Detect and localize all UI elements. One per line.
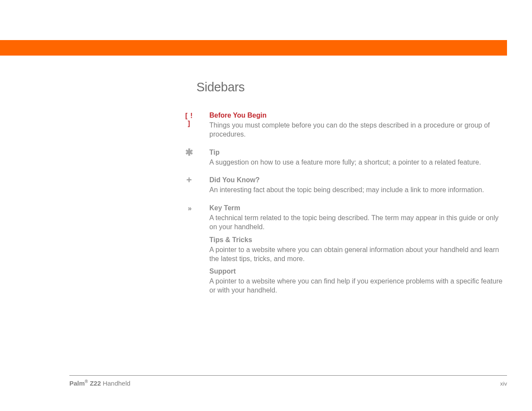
sidebar-entry-did-you-know: + Did You Know? An interesting fact abou… [196,176,507,195]
sidebar-entry-key-term: » Key Term A technical term related to t… [196,204,507,232]
chevrons-icon: » [184,205,195,212]
sidebar-entry-support: Support A pointer to a website where you… [196,268,507,295]
entry-title: Tips & Tricks [209,236,507,244]
footer-model: Z22 [88,380,101,387]
footer-product: Palm® Z22 Handheld [69,379,131,387]
sidebar-entry-tip: ✱ Tip A suggestion on how to use a featu… [196,149,507,167]
sidebar-entry-before-you-begin: [ ! ] Before You Begin Things you must c… [196,112,507,139]
entry-title: Key Term [209,204,507,212]
footer-suffix: Handheld [101,380,130,387]
entry-title: Before You Begin [209,112,507,119]
entry-body: A suggestion on how to use a feature mor… [209,158,507,167]
entry-title: Support [209,268,507,275]
footer-page-number: xiv [500,380,507,387]
exclamation-bracket-icon: [ ! ] [184,112,195,128]
content-column: Sidebars [ ! ] Before You Begin Things y… [196,80,507,305]
entry-body: Things you must complete before you can … [209,121,507,139]
entry-title: Did You Know? [209,176,507,184]
asterisk-icon: ✱ [184,149,195,156]
entry-body: An interesting fact about the topic bein… [209,186,507,195]
entry-body: A technical term related to the topic be… [209,214,507,232]
page-title: Sidebars [196,80,507,94]
document-page: Sidebars [ ! ] Before You Begin Things y… [0,0,532,411]
entry-body: A pointer to a website where you can obt… [209,246,507,264]
header-band [0,40,507,56]
footer-rule [69,375,507,376]
footer-brand: Palm [69,380,85,387]
plus-icon: + [184,177,195,184]
page-footer: Palm® Z22 Handheld xiv [69,379,507,387]
entry-title: Tip [209,149,507,156]
sidebar-entry-tips-tricks: Tips & Tricks A pointer to a website whe… [196,236,507,264]
entry-body: A pointer to a website where you can fin… [209,277,507,295]
